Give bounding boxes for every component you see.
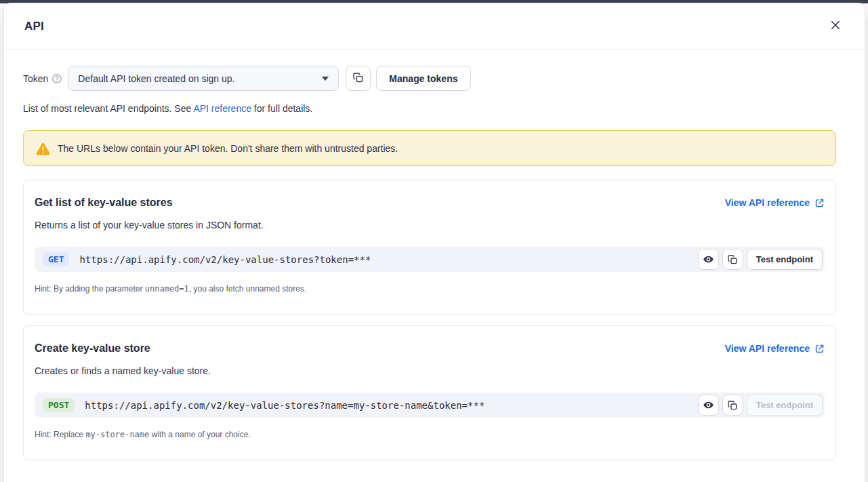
modal-body: Token Default API token created on sign … [4, 49, 865, 482]
hint-before: Hint: By adding the parameter [35, 284, 145, 294]
close-icon [829, 19, 842, 33]
endpoint-title: Get list of key-value stores [35, 197, 173, 209]
endpoint-url-bar: GET https://api.apify.com/v2/key-value-s… [35, 247, 825, 272]
endpoint-title: Create key-value store [35, 342, 150, 355]
hint-code: my-store-name [85, 430, 149, 439]
copy-icon [727, 254, 738, 265]
view-api-reference-label: View API reference [725, 197, 810, 208]
warning-banner: The URLs below contain your API token. D… [23, 130, 836, 166]
endpoint-url: https://api.apify.com/v2/key-value-store… [79, 254, 697, 265]
test-endpoint-button[interactable]: Test endpoint [747, 395, 823, 416]
card-header: Create key-value store View API referenc… [35, 342, 825, 355]
hint-after: , you also fetch unnamed stores. [189, 284, 306, 294]
endpoint-card-create-store: Create key-value store View API referenc… [23, 325, 836, 460]
intro-before: List of most relevant API endpoints. See [23, 103, 193, 114]
eye-icon [703, 254, 714, 265]
modal-title: API [24, 20, 44, 33]
view-api-reference-label: View API reference [725, 343, 810, 354]
token-select-value: Default API token created on sign up. [78, 73, 234, 84]
endpoint-card-get-list: Get list of key-value stores View API re… [23, 180, 836, 315]
api-reference-link[interactable]: API reference [193, 103, 251, 114]
hint-code: unnamed=1 [145, 284, 189, 294]
card-header: Get list of key-value stores View API re… [35, 197, 825, 209]
token-label: Token [23, 73, 48, 84]
external-link-icon [814, 344, 825, 354]
token-row: Token Default API token created on sign … [23, 66, 836, 91]
endpoint-hint: Hint: Replace my-store-name with a name … [35, 430, 825, 439]
endpoint-hint: Hint: By adding the parameter unnamed=1,… [35, 284, 825, 294]
manage-tokens-button[interactable]: Manage tokens [376, 66, 470, 91]
endpoint-actions: Test endpoint [698, 249, 823, 270]
eye-icon [703, 399, 714, 411]
warning-triangle-icon [36, 141, 50, 155]
api-modal: API Token Default API token created on s… [3, 3, 865, 482]
copy-icon [352, 72, 364, 85]
help-circle-icon[interactable] [51, 73, 62, 84]
intro-after: for full details. [251, 103, 312, 114]
view-api-reference-link[interactable]: View API reference [725, 343, 825, 354]
warning-text: The URLs below contain your API token. D… [58, 143, 398, 154]
copy-url-button[interactable] [722, 249, 743, 270]
view-api-reference-link[interactable]: View API reference [725, 197, 825, 208]
close-button[interactable] [827, 16, 844, 36]
hint-before: Hint: Replace [35, 430, 85, 439]
endpoint-description: Creates or finds a named key-value store… [35, 365, 825, 376]
intro-text: List of most relevant API endpoints. See… [23, 103, 836, 114]
endpoint-url-bar: POST https://api.apify.com/v2/key-value-… [35, 393, 825, 418]
modal-header: API [4, 3, 865, 49]
hint-after: with a name of your choice. [149, 430, 250, 439]
external-link-icon [814, 198, 825, 208]
test-endpoint-button[interactable]: Test endpoint [747, 249, 823, 270]
chevron-down-icon [322, 77, 329, 81]
copy-icon [727, 400, 738, 411]
endpoint-url: https://api.apify.com/v2/key-value-store… [85, 400, 697, 411]
endpoint-actions: Test endpoint [698, 395, 823, 416]
reveal-token-button[interactable] [698, 395, 719, 416]
copy-token-button[interactable] [346, 66, 371, 91]
token-select[interactable]: Default API token created on sign up. [68, 66, 339, 91]
copy-url-button[interactable] [722, 395, 743, 416]
endpoint-description: Returns a list of your key-value stores … [35, 220, 825, 230]
method-badge: POST [43, 398, 75, 412]
method-badge: GET [43, 252, 69, 266]
reveal-token-button[interactable] [698, 249, 719, 270]
